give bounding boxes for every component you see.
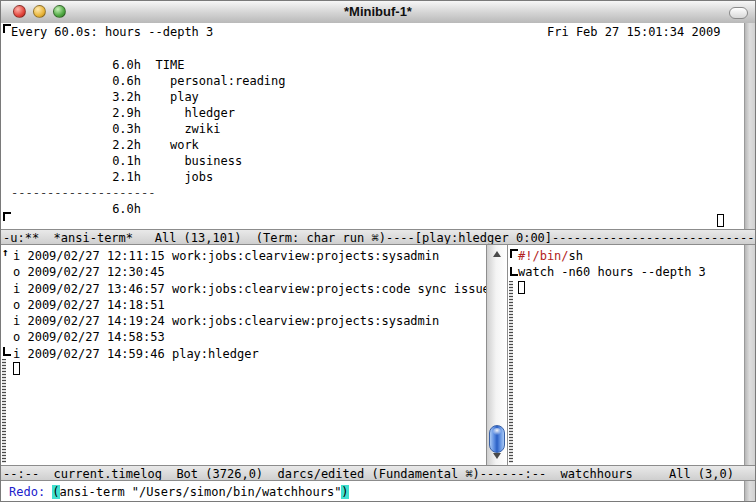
script-window[interactable]: #!/bin/sh watch -n60 hours --depth 3 — [508, 245, 744, 465]
titlebar[interactable]: *Minibuf-1* — [1, 1, 755, 24]
report-line: 2.9h hledger — [11, 105, 286, 121]
timelog-window[interactable]: ↑ i 2009/02/27 12:11:15 work:jobs:clearv… — [1, 245, 486, 465]
timelog-entry: i 2009/02/27 14:19:24 work:jobs:clearvie… — [13, 313, 486, 329]
report-line: 0.3h zwiki — [11, 121, 286, 137]
timelog-entry: i 2009/02/27 13:46:57 work:jobs:clearvie… — [13, 281, 486, 297]
modeline-text: --:-- current.timelog Bot (3726,0) darcs… — [3, 467, 508, 481]
report-line: 3.2h play — [11, 89, 286, 105]
modeline-script[interactable]: --:-- watchhours All (3,0) — [508, 465, 756, 481]
timelog-entry: o 2009/02/27 12:30:45 — [13, 264, 486, 280]
empty-lines-indicator — [509, 281, 513, 463]
buffer-top-indicator-icon — [510, 249, 518, 258]
open-paren-highlight: ( — [52, 485, 59, 499]
watch-timestamp: Fri Feb 27 15:01:34 2009 — [547, 25, 720, 39]
script-command: watch -n60 hours --depth 3 — [518, 264, 706, 280]
window-title: *Minibuf-1* — [1, 4, 755, 19]
scrolled-above-indicator-icon: ↑ — [2, 247, 9, 259]
minibuffer-command: ansi-term "/Users/simon/bin/watchhours" — [60, 485, 342, 499]
shebang-line: #!/bin/sh — [518, 248, 706, 264]
report-line: 2.2h work — [11, 137, 286, 153]
toolbar-pill-icon[interactable] — [729, 7, 748, 19]
buffer-bottom-indicator-icon — [3, 347, 11, 356]
report-line: 0.1h business — [11, 153, 286, 169]
report-total: 6.0h — [11, 201, 286, 217]
watch-header: Every 60.0s: hours --depth 3 — [11, 25, 213, 39]
modeline-timelog[interactable]: --:-- current.timelog Bot (3726,0) darcs… — [1, 465, 508, 481]
shebang-tail: sh — [569, 249, 583, 263]
buffer-bottom-indicator-icon — [510, 267, 518, 276]
modeline-ansi-term[interactable]: -u:** *ansi-term* All (13,101) (Term: ch… — [1, 229, 756, 245]
report-separator: -------------------- — [11, 185, 286, 201]
bottom-split: ↑ i 2009/02/27 12:11:15 work:jobs:clearv… — [1, 245, 756, 465]
ansi-term-window[interactable]: Every 60.0s: hours --depth 3 Fri Feb 27 … — [1, 23, 744, 229]
buffer-top-indicator-icon — [3, 24, 11, 33]
shebang-interpreter: #!/bin/ — [518, 249, 569, 263]
minibuffer-text: Redo: (ansi-term "/Users/simon/bin/watch… — [9, 485, 349, 499]
modeline-text: --:-- watchhours All (3,0) — [510, 467, 756, 481]
buffer-bottom-indicator-icon — [3, 212, 11, 221]
timelog-entry: o 2009/02/27 14:58:53 — [13, 329, 486, 345]
modeline-row: --:-- current.timelog Bot (3726,0) darcs… — [1, 465, 756, 481]
report-line: 0.6h personal:reading — [11, 73, 286, 89]
hollow-cursor — [518, 281, 525, 294]
empty-lines-indicator — [2, 359, 6, 463]
arrow-up-icon[interactable] — [487, 246, 507, 262]
minibuffer[interactable]: Redo: (ansi-term "/Users/simon/bin/watch… — [1, 481, 744, 502]
close-paren-highlight: ) — [341, 485, 348, 499]
minibuffer-prompt: Redo: — [9, 485, 52, 499]
timelog-entry: o 2009/02/27 14:18:51 — [13, 297, 486, 313]
report-line: 6.0h TIME — [11, 57, 286, 73]
hollow-cursor — [717, 214, 724, 227]
timelog-scrollbar[interactable] — [486, 245, 508, 465]
report-line: 2.1h jobs — [11, 169, 286, 185]
modeline-text: -u:** *ansi-term* All (13,101) (Term: ch… — [3, 231, 756, 245]
hollow-cursor — [13, 362, 20, 375]
emacs-frame: *Minibuf-1* Every 60.0s: hours --depth 3… — [0, 0, 756, 502]
timelog-entry: i 2009/02/27 12:11:15 work:jobs:clearvie… — [13, 248, 486, 264]
timelog-entry: i 2009/02/27 14:59:46 play:hledger — [13, 346, 486, 362]
arrow-down-icon[interactable] — [487, 448, 507, 464]
